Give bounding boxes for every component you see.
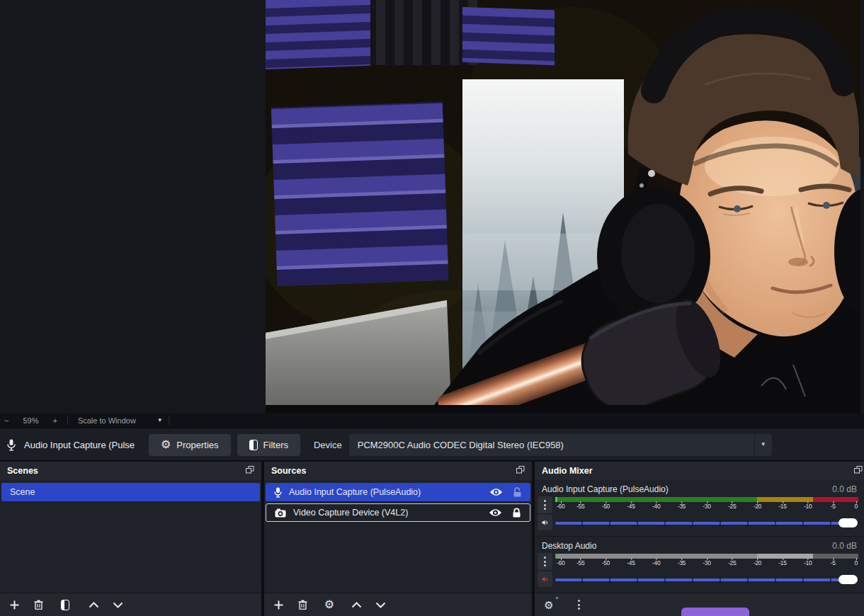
meter-scale: -60-55-50-45-40-35-30-25-20-15-10-50 xyxy=(555,559,858,568)
meter-tick-label: -25 xyxy=(728,559,736,566)
volume-slider-handle[interactable] xyxy=(839,518,858,527)
mixer-channel-menu-button[interactable] xyxy=(538,553,552,570)
preview-letterbox xyxy=(266,405,860,413)
move-source-up-button[interactable] xyxy=(348,597,364,612)
meter-tick-label: -30 xyxy=(703,559,710,566)
obs-window: − 59% + Scale to Window ▼ Audio Input Ca… xyxy=(0,0,864,616)
partial-dialog-button[interactable] xyxy=(681,608,749,616)
meter-tick-label: -30 xyxy=(703,503,710,510)
audio-mixer-dock-title: Audio Mixer xyxy=(542,466,593,476)
small-gear-icon: ∘ xyxy=(555,595,559,601)
zoom-out-button[interactable]: − xyxy=(0,416,13,425)
sources-list: Audio Input Capture (PulseAudio) xyxy=(264,480,532,593)
preview-area xyxy=(0,0,864,413)
source-name: Audio Input Capture (PulseAudio) xyxy=(289,487,421,497)
mixer-body: Audio Input Capture (PulseAudio) 0.0 dB … xyxy=(535,480,864,593)
mixer-channel-volume-db: 0.0 dB xyxy=(832,484,857,494)
video-preview[interactable] xyxy=(266,0,860,405)
scenes-dock-title: Scenes xyxy=(7,466,38,476)
meter-tick-label: -60 xyxy=(557,559,564,566)
remove-source-button[interactable] xyxy=(295,597,310,612)
divider xyxy=(169,416,169,425)
muted-speaker-icon xyxy=(542,574,548,584)
meter-tick-label: -20 xyxy=(754,503,761,510)
meter-tick-label: -45 xyxy=(627,503,635,510)
meter-tick-label: -10 xyxy=(804,503,812,510)
add-source-button[interactable] xyxy=(271,597,286,612)
filter-icon xyxy=(61,600,69,610)
mute-toggle-button[interactable] xyxy=(538,515,552,530)
popout-icon[interactable] xyxy=(854,466,863,476)
context-source-name: Audio Input Capture (Pulse xyxy=(24,440,144,450)
meter-tick-label: -55 xyxy=(576,503,584,510)
source-properties-button[interactable]: ⚙ xyxy=(322,597,337,612)
device-label: Device xyxy=(314,440,342,450)
move-scene-up-button[interactable] xyxy=(86,597,101,612)
preview-zoom-bar: − 59% + Scale to Window ▼ xyxy=(0,413,864,428)
visibility-eye-icon[interactable] xyxy=(489,488,503,496)
webcam-feed xyxy=(266,0,860,405)
volume-slider[interactable] xyxy=(555,515,858,532)
unlock-icon[interactable] xyxy=(513,487,522,497)
scene-filters-button[interactable] xyxy=(57,597,73,612)
gear-icon: ⚙ xyxy=(161,439,171,450)
scale-mode-label[interactable]: Scale to Window xyxy=(74,416,140,425)
scene-name: Scene xyxy=(10,487,35,497)
meter-tick-label: -40 xyxy=(652,559,660,566)
volume-slider[interactable] xyxy=(555,571,858,588)
device-dropdown-value: PCM2900C Audio CODEC Digital Stereo (IEC… xyxy=(349,440,754,450)
scenes-dock: Scenes Scene xyxy=(0,462,261,616)
audio-mixer-dock-header[interactable]: Audio Mixer xyxy=(535,462,864,480)
advanced-audio-properties-button[interactable]: ⚙ ∘ xyxy=(541,597,557,612)
source-list-item[interactable]: Audio Input Capture (PulseAudio) xyxy=(266,483,530,501)
meter-tick-label: 0 xyxy=(855,503,858,510)
zoom-level: 59% xyxy=(18,416,42,425)
meter-tick-label: -15 xyxy=(778,559,786,566)
meter-tick-label: -15 xyxy=(778,503,786,510)
kebab-menu-icon xyxy=(578,600,580,610)
lock-icon[interactable] xyxy=(512,508,521,518)
filter-icon xyxy=(249,440,258,450)
sources-dock-title: Sources xyxy=(271,466,306,476)
popout-icon[interactable] xyxy=(246,466,254,476)
volume-slider-handle[interactable] xyxy=(839,575,858,584)
mixer-channel-menu-button[interactable] xyxy=(538,496,552,513)
scenes-list: Scene xyxy=(0,480,261,593)
meter-tick-label: -5 xyxy=(831,503,836,510)
mixer-channel-name: Audio Input Capture (PulseAudio) xyxy=(542,484,669,494)
meter-tick-label: -50 xyxy=(602,503,610,510)
zoom-in-button[interactable]: + xyxy=(48,416,61,425)
move-source-down-button[interactable] xyxy=(373,597,388,612)
device-dropdown-arrow-icon[interactable]: ▼ xyxy=(754,434,772,456)
dock-area: Scenes Scene Sources xyxy=(0,460,864,616)
kebab-menu-icon xyxy=(544,557,546,566)
scene-list-item[interactable]: Scene xyxy=(1,483,260,501)
meter-tick-label: -25 xyxy=(728,503,736,510)
properties-button[interactable]: ⚙ Properties xyxy=(149,434,231,456)
device-dropdown[interactable]: PCM2900C Audio CODEC Digital Stereo (IEC… xyxy=(349,434,772,456)
meter-tick-label: -60 xyxy=(557,503,564,510)
filters-button[interactable]: Filters xyxy=(237,434,300,456)
visibility-eye-icon[interactable] xyxy=(489,508,502,517)
gear-icon: ⚙ xyxy=(324,599,334,610)
source-list-item[interactable]: Video Capture Device (V4L2) xyxy=(266,503,530,522)
meter-tick-label: -45 xyxy=(627,559,635,566)
meter-tick-label: -50 xyxy=(602,559,610,566)
speaker-icon xyxy=(542,518,548,527)
sources-dock-header[interactable]: Sources xyxy=(264,462,532,480)
popout-icon[interactable] xyxy=(516,466,525,476)
microphone-icon xyxy=(7,439,16,451)
meter-tick-label: -35 xyxy=(678,559,686,566)
camera-icon xyxy=(275,508,286,518)
mixer-menu-button[interactable] xyxy=(571,597,586,612)
meter-tick-label: -5 xyxy=(831,559,836,566)
source-name: Video Capture Device (V4L2) xyxy=(293,508,408,518)
remove-scene-button[interactable] xyxy=(30,597,46,612)
properties-button-label: Properties xyxy=(176,440,218,450)
move-scene-down-button[interactable] xyxy=(110,597,125,612)
add-scene-button[interactable] xyxy=(6,597,22,612)
meter-tick-label: -40 xyxy=(652,503,660,510)
unmute-toggle-button[interactable] xyxy=(538,571,552,587)
scale-mode-dropdown-arrow-icon[interactable]: ▼ xyxy=(157,418,163,423)
scenes-dock-header[interactable]: Scenes xyxy=(0,462,261,480)
